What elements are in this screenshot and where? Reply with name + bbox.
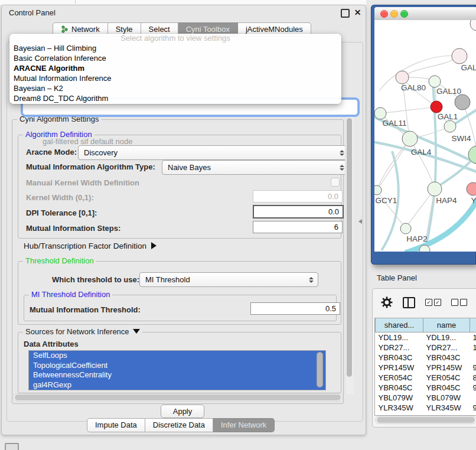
data-attributes-label: Data Attributes xyxy=(24,340,79,348)
algorithm-popup-placeholder: Select algorithm to view settings xyxy=(9,34,341,43)
settings-vscrollbar[interactable] xyxy=(345,116,354,394)
table-row[interactable]: YBL079WYBL079W xyxy=(376,393,476,403)
network-node-hap2[interactable] xyxy=(400,223,411,234)
algorithm-option[interactable]: Bayesian – Hill Climbing xyxy=(9,43,341,53)
stepper-icon xyxy=(340,165,344,171)
table-cell xyxy=(470,393,476,403)
aracne-mode-combo[interactable]: Discovery xyxy=(78,145,349,160)
kernel-width-field[interactable]: 0.0 xyxy=(253,190,343,203)
dpi-tolerance-field[interactable]: 0.0 xyxy=(253,205,344,219)
table-row[interactable]: YLR345WYLR345W9. xyxy=(376,403,476,413)
threshold-definition-legend: Threshold Definition xyxy=(23,256,96,265)
network-node[interactable] xyxy=(455,94,470,110)
algorithm-option[interactable]: ARACNE Algorithm xyxy=(9,63,341,73)
gear-icon[interactable] xyxy=(381,296,393,308)
tab-label: Impute Data xyxy=(95,420,137,429)
network-node-y[interactable] xyxy=(467,182,476,195)
network-edge xyxy=(374,142,476,172)
splitter-collapse-icon[interactable] xyxy=(358,219,362,224)
network-view-window[interactable]: GALGAL80GAL10GAL1GAL11GAL4SWI4GCY1HAP4YH… xyxy=(371,5,476,265)
network-node-swi4[interactable] xyxy=(444,120,456,132)
deselect-all-icon[interactable] xyxy=(451,299,467,306)
table-row[interactable]: YDL19...YDL19...13 xyxy=(376,332,476,343)
column-header[interactable]: name xyxy=(423,318,470,332)
table-row[interactable]: YDR27...YDR27...12 xyxy=(376,343,476,353)
table-row[interactable]: YBR043CYBR043C xyxy=(376,353,476,363)
table-row[interactable]: YER054CYER054C8. xyxy=(376,373,476,383)
list-scrollbar[interactable] xyxy=(317,352,323,387)
mi-type-combo[interactable]: Naive Bayes xyxy=(162,160,349,175)
traffic-light-minimize-icon[interactable] xyxy=(390,10,398,18)
stepper-icon xyxy=(340,150,344,156)
network-node-label: HAP2 xyxy=(406,234,427,243)
network-node-label: HAP4 xyxy=(436,196,457,205)
network-node-gal1[interactable] xyxy=(431,101,442,113)
column-header[interactable] xyxy=(470,318,476,332)
algorithm-option[interactable]: Basic Correlation Inference xyxy=(9,53,341,63)
close-icon[interactable]: ✕ xyxy=(354,9,361,17)
tab-label: Style xyxy=(116,25,133,34)
traffic-light-close-icon[interactable] xyxy=(380,10,388,18)
table-cell: YDL19... xyxy=(376,332,423,343)
network-icon xyxy=(61,25,69,33)
network-node-label: GAL80 xyxy=(401,83,426,92)
traffic-light-zoom-icon[interactable] xyxy=(400,10,408,18)
network-node-gal4[interactable] xyxy=(402,131,418,146)
mi-threshold-field[interactable]: 0.5 xyxy=(250,302,340,315)
table-cell: YDR27... xyxy=(376,343,423,353)
network-window-titlebar[interactable] xyxy=(374,7,476,21)
network-edge xyxy=(380,107,436,113)
network-canvas[interactable]: GALGAL80GAL10GAL1GAL11GAL4SWI4GCY1HAP4YH… xyxy=(374,20,476,252)
minimized-panel-icon[interactable] xyxy=(5,443,19,450)
network-node-gcy1[interactable] xyxy=(374,185,382,195)
network-graph[interactable]: GALGAL80GAL10GAL1GAL11GAL4SWI4GCY1HAP4YH… xyxy=(374,20,476,252)
tab-infer-network[interactable]: Infer Network xyxy=(213,418,275,432)
network-node-gal[interactable] xyxy=(452,48,467,64)
table-cell: 9. xyxy=(470,403,476,413)
algorithm-option[interactable]: Mutual Information Inference xyxy=(9,73,341,83)
attribute-item[interactable]: TopologicalCoefficient xyxy=(29,361,325,371)
tab-impute-data[interactable]: Impute Data xyxy=(87,418,145,432)
network-node-gal80[interactable] xyxy=(396,71,409,84)
tab-label: Infer Network xyxy=(221,420,266,429)
collapsed-arrow-icon xyxy=(151,242,157,249)
which-threshold-value: MI Threshold xyxy=(145,275,190,284)
network-edge xyxy=(410,139,435,189)
kernel-width-label: Kernel Width (0,1): xyxy=(26,193,94,202)
sources-legend[interactable]: Sources for Network Inference xyxy=(23,327,142,336)
mi-steps-field[interactable]: 6 xyxy=(253,221,343,233)
manual-kernel-checkbox[interactable] xyxy=(331,178,340,187)
network-node-gal10[interactable] xyxy=(429,76,441,87)
apply-button[interactable]: Apply xyxy=(161,405,204,418)
which-threshold-combo[interactable]: MI Threshold xyxy=(139,272,318,287)
table-toolbar: ✓✓ xyxy=(381,296,476,309)
hub-definition-toggle[interactable]: Hub/Transcription Factor Definition xyxy=(24,242,157,250)
network-node-label: GAL4 xyxy=(411,148,432,156)
show-columns-icon[interactable] xyxy=(403,297,415,308)
algorithm-option[interactable]: Bayesian – K2 xyxy=(9,83,341,93)
node-table[interactable]: shared...name YDL19...YDL19...13YDR27...… xyxy=(374,318,476,416)
data-attributes-list[interactable]: SelfLoopsTopologicalCoefficientBetweenne… xyxy=(28,350,326,390)
network-node-gal11[interactable] xyxy=(374,107,386,119)
table-cell: YPR145W xyxy=(423,363,470,373)
algorithm-option[interactable]: Dream8 DC_TDC Algorithm xyxy=(9,93,341,103)
column-header[interactable]: shared... xyxy=(376,318,423,332)
attribute-item[interactable]: gal4RGexp xyxy=(29,380,325,390)
table-row[interactable]: YBR045CYBR045C9. xyxy=(376,383,476,393)
table-cell: YBR043C xyxy=(376,353,423,363)
dpi-tolerance-label: DPI Tolerance [0,1]: xyxy=(26,208,97,217)
select-all-icon[interactable]: ✓✓ xyxy=(425,299,441,306)
attribute-item[interactable]: BetweennessCentrality xyxy=(29,370,325,380)
tab-discretize-data[interactable]: Discretize Data xyxy=(145,418,213,432)
mi-threshold-label: Mutual Information Threshold: xyxy=(30,305,141,314)
stepper-icon xyxy=(309,277,314,283)
table-row[interactable]: YPR145WYPR145W9. xyxy=(376,363,476,373)
float-window-icon[interactable] xyxy=(341,9,350,18)
network-node-hap4[interactable] xyxy=(428,182,442,196)
table-hscrollbar[interactable] xyxy=(375,416,476,424)
settings-hscrollbar[interactable] xyxy=(13,393,343,402)
which-threshold-label: Which threshold to use: xyxy=(52,275,139,284)
network-node[interactable] xyxy=(470,20,476,31)
cyni-bottom-tabbar: Impute DataDiscretize DataInfer Network xyxy=(87,418,275,432)
attribute-item[interactable]: SelfLoops xyxy=(29,351,325,361)
